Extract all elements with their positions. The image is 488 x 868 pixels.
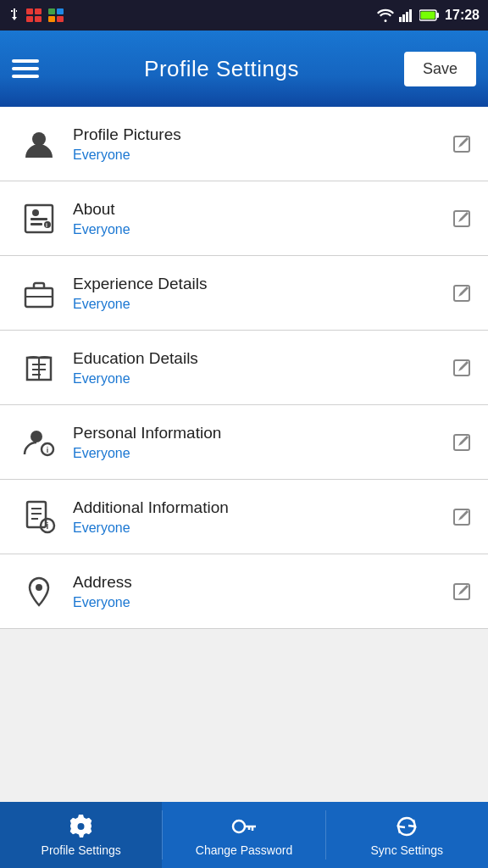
settings-item-additional[interactable]: i Additional Information Everyone [0, 480, 488, 554]
svg-rect-14 [436, 13, 439, 18]
item-title-education: Education Details [73, 349, 449, 368]
edit-icon-additional [449, 504, 474, 530]
bottom-nav-label-profile: Profile Settings [42, 843, 121, 857]
status-bar: 17:28 [0, 0, 488, 31]
bottom-nav-label-sync: Sync Settings [371, 843, 444, 857]
svg-rect-0 [26, 8, 33, 14]
svg-point-19 [32, 209, 39, 216]
bottom-nav: Profile Settings Change Password Sync Se… [0, 802, 488, 868]
book-icon [14, 351, 64, 385]
app-icon-2 [47, 8, 64, 23]
settings-item-personal[interactable]: i Personal Information Everyone [0, 405, 488, 480]
item-sub-address: Everyone [73, 595, 449, 610]
item-title-address: Address [73, 573, 449, 592]
bottom-nav-change-password[interactable]: Change Password [163, 802, 324, 868]
edit-icon-personal [449, 430, 474, 455]
bottom-nav-sync-settings[interactable]: Sync Settings [326, 802, 488, 868]
item-title-about: About [73, 200, 449, 219]
person-info-icon: i [14, 426, 64, 459]
gear-icon [68, 813, 95, 840]
about-icon: i [14, 202, 64, 236]
status-time: 17:28 [445, 8, 480, 23]
svg-rect-3 [35, 16, 42, 22]
bottom-nav-profile-settings[interactable]: Profile Settings [0, 802, 162, 868]
edit-icon-experience [449, 281, 474, 306]
save-button[interactable]: Save [404, 52, 476, 86]
svg-point-16 [32, 132, 46, 146]
svg-rect-4 [48, 8, 55, 14]
svg-rect-5 [57, 8, 64, 14]
item-sub-education: Everyone [73, 371, 449, 387]
svg-rect-10 [406, 12, 408, 22]
settings-item-address[interactable]: Address Everyone [0, 554, 488, 629]
app-icon-1 [25, 8, 42, 23]
item-title-experience: Experience Details [73, 275, 449, 293]
key-icon [230, 813, 258, 840]
sync-icon [393, 813, 420, 840]
edit-icon-education [449, 355, 474, 381]
usb-icon [8, 8, 20, 23]
svg-rect-12 [409, 9, 412, 22]
person-icon [14, 127, 64, 161]
svg-rect-21 [30, 223, 42, 225]
svg-rect-1 [35, 8, 42, 14]
settings-list: Profile Pictures Everyone i About Everyo… [0, 107, 488, 629]
doc-info-icon: i [14, 500, 64, 534]
item-sub-additional: Everyone [73, 520, 449, 536]
svg-rect-15 [421, 12, 435, 19]
item-sub-about: Everyone [73, 222, 449, 237]
svg-rect-9 [402, 14, 405, 22]
svg-point-44 [36, 584, 42, 591]
item-title-profile-pictures: Profile Pictures [73, 125, 449, 144]
menu-button[interactable] [12, 59, 39, 78]
settings-item-profile-pictures[interactable]: Profile Pictures Everyone [0, 107, 488, 181]
svg-rect-8 [399, 17, 402, 22]
bottom-nav-label-password: Change Password [196, 843, 292, 857]
location-icon [14, 575, 64, 609]
svg-rect-7 [57, 16, 64, 22]
settings-item-about[interactable]: i About Everyone [0, 181, 488, 256]
edit-icon-profile-pictures [449, 131, 474, 157]
svg-text:i: i [47, 446, 49, 454]
svg-point-33 [30, 431, 42, 442]
edit-icon-about [449, 206, 474, 231]
svg-text:i: i [47, 521, 49, 531]
item-title-personal: Personal Information [73, 424, 449, 442]
svg-rect-6 [48, 16, 55, 22]
signal-icon [399, 8, 414, 22]
battery-icon [419, 9, 440, 21]
item-sub-profile-pictures: Everyone [73, 147, 449, 163]
svg-text:i: i [46, 222, 47, 228]
svg-point-46 [233, 821, 245, 832]
edit-icon-address [449, 579, 474, 604]
settings-item-education[interactable]: Education Details Everyone [0, 331, 488, 405]
settings-item-experience[interactable]: Experience Details Everyone [0, 256, 488, 331]
item-sub-experience: Everyone [73, 297, 449, 312]
svg-rect-20 [30, 218, 47, 220]
status-left-icons [8, 8, 64, 23]
briefcase-icon [14, 276, 64, 310]
status-right-icons: 17:28 [377, 8, 480, 23]
top-bar: Profile Settings Save [0, 31, 488, 107]
item-sub-personal: Everyone [73, 446, 449, 461]
page-title: Profile Settings [144, 56, 299, 82]
svg-rect-2 [26, 16, 33, 22]
item-title-additional: Additional Information [73, 498, 449, 517]
wifi-icon [377, 8, 394, 22]
